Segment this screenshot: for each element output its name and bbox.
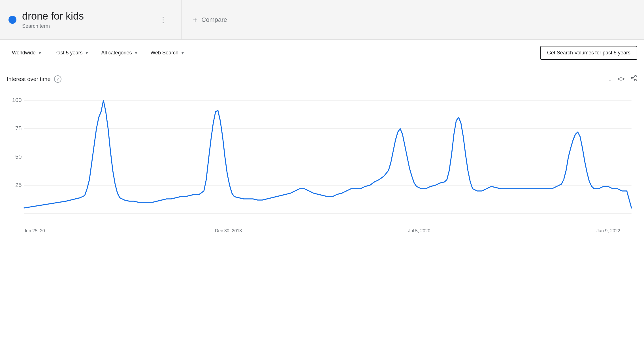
- search-type-filter[interactable]: Web Search ▼: [145, 47, 190, 59]
- search-type-label: Web Search: [150, 50, 178, 56]
- search-type-chevron: ▼: [181, 51, 185, 55]
- time-chevron: ▼: [85, 51, 89, 55]
- svg-point-0: [635, 75, 636, 77]
- location-chevron: ▼: [38, 51, 42, 55]
- download-icon[interactable]: ↓: [608, 75, 612, 83]
- chart-container: 100755025: [7, 89, 637, 226]
- page-header: drone for kids Search term ⋮ + Compare: [0, 0, 644, 40]
- filter-bar: Worldwide ▼ Past 5 years ▼ All categorie…: [0, 40, 644, 66]
- get-volumes-button[interactable]: Get Search Volumes for past 5 years: [540, 46, 637, 60]
- x-label-3: Jul 5, 2020: [408, 228, 430, 233]
- chart-title-group: Interest over time ?: [7, 75, 61, 83]
- search-term-subtitle: Search term: [22, 23, 84, 29]
- more-options-icon: ⋮: [159, 15, 167, 24]
- share-icon[interactable]: [630, 75, 637, 83]
- category-chevron: ▼: [134, 51, 138, 55]
- compare-section[interactable]: + Compare: [182, 0, 644, 39]
- location-filter[interactable]: Worldwide ▼: [7, 47, 47, 59]
- help-icon[interactable]: ?: [54, 75, 61, 83]
- chart-actions: ↓ <>: [608, 75, 637, 83]
- compare-plus-icon: +: [193, 15, 197, 24]
- more-options-button[interactable]: ⋮: [159, 15, 173, 24]
- time-label: Past 5 years: [54, 50, 83, 56]
- svg-text:75: 75: [15, 125, 22, 131]
- search-term-title: drone for kids: [22, 10, 84, 22]
- x-label-2: Dec 30, 2018: [215, 228, 242, 233]
- category-label: All categories: [101, 50, 132, 56]
- search-term-section: drone for kids Search term ⋮: [0, 0, 181, 39]
- x-label-4: Jan 9, 2022: [596, 228, 620, 233]
- chart-header: Interest over time ? ↓ <>: [7, 75, 637, 83]
- x-label-1: Jun 25, 20...: [24, 228, 49, 233]
- time-filter[interactable]: Past 5 years ▼: [49, 47, 94, 59]
- search-term-info: drone for kids Search term: [22, 10, 84, 29]
- compare-label: Compare: [201, 16, 227, 24]
- help-question-mark: ?: [57, 77, 59, 81]
- svg-line-3: [633, 79, 635, 80]
- trend-line: [24, 100, 632, 208]
- term-color-dot: [8, 16, 16, 24]
- svg-text:25: 25: [15, 182, 22, 188]
- svg-point-1: [631, 77, 633, 79]
- svg-text:100: 100: [12, 97, 22, 103]
- x-axis-labels: Jun 25, 20... Dec 30, 2018 Jul 5, 2020 J…: [7, 226, 637, 233]
- svg-line-4: [633, 77, 635, 78]
- svg-point-2: [635, 79, 636, 81]
- svg-text:50: 50: [15, 154, 22, 160]
- chart-section: Interest over time ? ↓ <> 100755025 Jun …: [0, 66, 644, 239]
- embed-icon[interactable]: <>: [617, 75, 625, 83]
- category-filter[interactable]: All categories ▼: [96, 47, 143, 59]
- interest-over-time-chart: 100755025: [7, 89, 637, 225]
- location-label: Worldwide: [12, 50, 36, 56]
- chart-title: Interest over time: [7, 76, 51, 82]
